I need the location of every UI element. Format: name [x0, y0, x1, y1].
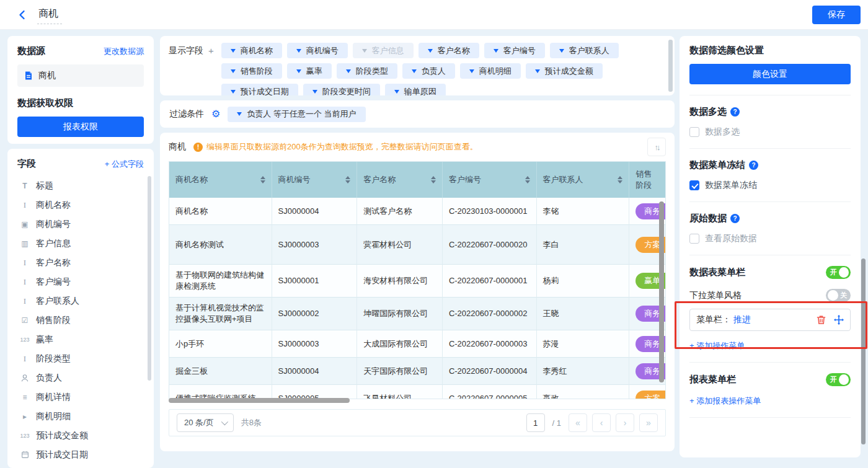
column-header[interactable]: 客户名称 — [357, 162, 443, 198]
sort-icon[interactable] — [618, 176, 622, 183]
report-permission-button[interactable]: 报表权限 — [17, 117, 144, 137]
field-item[interactable]: I阶段类型 — [17, 349, 144, 368]
divider — [689, 362, 851, 363]
display-field-chip[interactable]: 赢率 — [287, 63, 332, 79]
table-row[interactable]: 小p手环SJ0000003大成国际有限公司C-20220607-0000003苏… — [169, 330, 665, 358]
display-field-chip[interactable]: 阶段变更时间 — [303, 84, 380, 95]
help-icon[interactable]: ? — [730, 107, 740, 117]
field-item[interactable]: ☑销售阶段 — [17, 311, 144, 330]
display-field-chip[interactable]: 客户信息 — [353, 43, 414, 58]
prev-page-button[interactable]: ‹ — [592, 413, 611, 432]
sort-order-button[interactable]: ↑↓ — [647, 138, 666, 156]
field-item[interactable]: ▸商机明细 — [17, 407, 144, 426]
field-item[interactable]: ▣商机编号 — [17, 214, 144, 234]
raw-data-checkbox-row[interactable]: 查看原始数据 — [689, 233, 851, 244]
multi-select-checkbox-row[interactable]: 数据多选 — [689, 126, 851, 138]
number-field-icon: 123 — [19, 337, 30, 343]
checkbox[interactable] — [689, 234, 699, 244]
display-field-chip[interactable]: 客户联系人 — [550, 43, 619, 58]
display-field-chip[interactable]: 负责人 — [402, 63, 455, 79]
field-item[interactable]: I商机名称 — [17, 195, 144, 214]
display-field-chip[interactable]: 输单原因 — [385, 84, 446, 95]
table-header-row: 商机名称商机编号客户名称客户编号客户联系人销售阶段 — [169, 162, 665, 198]
first-page-button[interactable]: « — [569, 413, 587, 432]
checkbox[interactable] — [689, 180, 699, 190]
display-field-chip[interactable]: 商机明细 — [460, 63, 521, 79]
display-field-chip[interactable]: 预计成交日期 — [221, 84, 298, 95]
sort-icon[interactable] — [525, 176, 530, 183]
change-datasource-link[interactable]: 更改数据源 — [104, 46, 144, 57]
field-item[interactable]: 负责人 — [17, 368, 144, 387]
page-size-select[interactable]: 20 条/页 — [177, 413, 234, 432]
color-settings-button[interactable]: 颜色设置 — [689, 64, 851, 84]
help-icon[interactable]: ? — [749, 161, 758, 170]
settings-scrollbar[interactable] — [861, 258, 866, 444]
field-item[interactable]: 预计成交日期 — [17, 445, 144, 464]
table-row[interactable]: 基于物联网的建筑结构健康检测系统SJ0000001海安材料有限公司C-20220… — [169, 265, 665, 298]
pagination-bar: 20 条/页 共8条 1 / 1 « ‹ › » — [169, 409, 666, 436]
menu-freeze-checkbox-row[interactable]: 数据菜单冻结 — [689, 180, 851, 191]
field-item[interactable]: T标题 — [17, 176, 144, 195]
expand-field-icon: ▸ — [19, 412, 30, 421]
sort-icon[interactable] — [345, 176, 350, 183]
fields-scrollbar[interactable] — [148, 176, 151, 381]
field-item[interactable]: 123赢率 — [17, 330, 144, 349]
sort-icon[interactable] — [431, 176, 436, 183]
checkbox[interactable] — [689, 127, 699, 137]
display-field-chips: 商机名称商机编号客户信息客户名称客户编号客户联系人销售阶段赢率阶段类型负责人商机… — [221, 43, 619, 89]
table-row[interactable]: 掘金三板SJ0000004天宇国际有限公司C-20220607-0000004李… — [169, 358, 665, 385]
move-icon[interactable] — [834, 315, 844, 325]
current-page-input[interactable]: 1 — [526, 413, 545, 432]
sort-icon[interactable] — [260, 176, 265, 183]
table-row[interactable]: 便携式哮喘病监测系统SJ0000005飞星材料公司C-20220607-0000… — [169, 385, 665, 399]
filter-settings-gear-icon[interactable]: ⚙ — [211, 109, 220, 119]
filter-label: 过滤条件 — [169, 108, 204, 120]
table-row[interactable]: 商机名称SJ0000004测试客户名称C-20230103-0000001李铭商… — [169, 198, 665, 225]
field-item[interactable]: I客户名称 — [17, 253, 144, 272]
display-field-chip[interactable]: 客户编号 — [484, 43, 545, 58]
datasource-item[interactable]: 商机 — [17, 64, 144, 87]
dropdown-style-toggle[interactable]: 关 — [826, 289, 851, 302]
display-field-chip[interactable]: 销售阶段 — [221, 63, 282, 79]
save-button[interactable]: 保存 — [812, 6, 861, 24]
table-title: 商机 — [169, 141, 186, 152]
field-item[interactable]: ≡商机详情 — [17, 387, 144, 407]
column-header[interactable]: 客户联系人 — [537, 162, 630, 198]
trash-icon[interactable] — [817, 315, 826, 325]
table-row[interactable]: 商机名称测试SJ0000003蓂霍材料公司C-20220607-0000020李… — [169, 225, 665, 265]
column-header[interactable]: 商机名称 — [169, 162, 272, 198]
table-horizontal-scrollbar[interactable] — [169, 398, 350, 403]
column-header[interactable]: 商机编号 — [272, 162, 358, 198]
display-fields-scrollbar[interactable] — [668, 40, 673, 92]
table-vertical-scrollbar[interactable] — [659, 201, 664, 382]
add-display-field-button[interactable]: + — [208, 45, 214, 89]
select-field-icon: ☑ — [19, 316, 30, 325]
add-report-menu-link[interactable]: + 添加报表操作菜单 — [689, 395, 851, 407]
column-header[interactable]: 客户编号 — [443, 162, 537, 198]
display-field-chip[interactable]: 阶段类型 — [337, 63, 397, 79]
back-icon[interactable] — [16, 9, 29, 21]
datasource-name: 商机 — [38, 70, 56, 81]
table-row[interactable]: 基于计算机视觉技术的监控摄像头互联网+项目SJ0000002坤曜国际有限公司C-… — [169, 298, 665, 330]
add-action-menu-link[interactable]: + 添加操作菜单 — [689, 340, 851, 351]
display-field-chip[interactable]: 预计成交金额 — [526, 63, 603, 79]
field-item[interactable]: I客户联系人 — [17, 291, 144, 311]
field-item[interactable]: ▥客户信息 — [17, 234, 144, 253]
column-header[interactable]: 销售阶段 — [629, 162, 665, 198]
display-field-chip[interactable]: 客户名称 — [418, 43, 479, 58]
add-formula-field-link[interactable]: + 公式字段 — [105, 159, 144, 170]
display-field-chip[interactable]: 商机名称 — [221, 43, 282, 58]
report-menu-toggle[interactable]: 开 — [826, 373, 851, 386]
raw-data-title: 原始数据 ? — [689, 213, 851, 224]
field-item[interactable]: I客户编号 — [17, 272, 144, 291]
field-item[interactable]: 123预计成交金额 — [17, 426, 144, 445]
next-page-button[interactable]: › — [616, 413, 634, 432]
help-icon[interactable]: ? — [730, 214, 740, 223]
display-field-chip[interactable]: 商机编号 — [287, 43, 348, 58]
filter-condition-chip[interactable]: 负责人 等于任意一个 当前用户 — [228, 107, 365, 122]
last-page-button[interactable]: » — [639, 413, 658, 432]
chevron-down-icon — [428, 49, 433, 53]
menu-item-row[interactable]: 菜单栏： 推进 — [689, 309, 851, 331]
table-menu-toggle[interactable]: 开 — [826, 266, 851, 279]
settings-panel: 数据筛选颜色设置 颜色设置 数据多选 ? 数据多选 数据菜单冻结 ? 数据菜单冻… — [680, 36, 861, 457]
